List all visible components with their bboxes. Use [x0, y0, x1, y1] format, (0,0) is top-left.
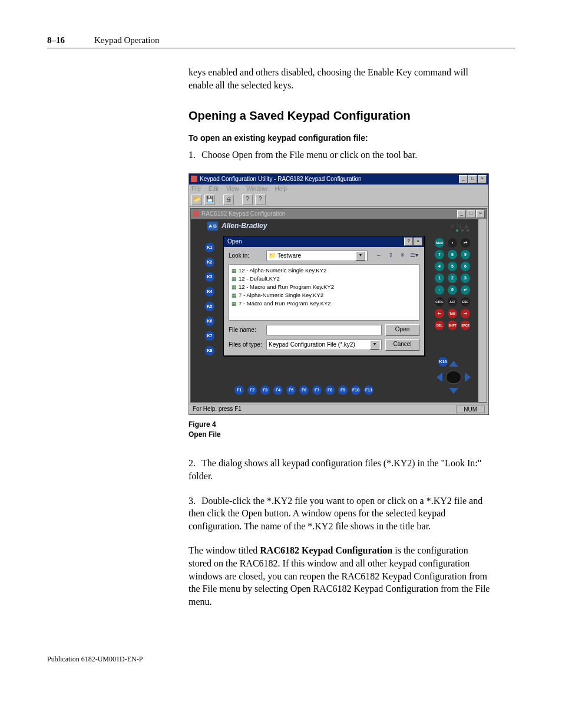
key-tab[interactable]: TAB	[448, 309, 457, 318]
filename-label: File name:	[229, 327, 263, 333]
menu-help[interactable]: Help	[275, 186, 287, 192]
key-esc[interactable]: ESC	[461, 297, 470, 307]
key-k2[interactable]: K2	[205, 258, 214, 267]
svg-marker-1	[449, 388, 458, 394]
key-f6[interactable]: F6	[299, 386, 309, 395]
print-icon[interactable]: 🖨	[223, 195, 234, 205]
cancel-button[interactable]: Cancel	[385, 339, 419, 351]
file-item[interactable]: ▦7 - Macro and Run Program Key.KY2	[232, 299, 416, 308]
key-8[interactable]: 8	[448, 250, 457, 259]
key-k1[interactable]: K1	[205, 243, 214, 252]
menu-window[interactable]: Window	[246, 186, 267, 192]
key-k3[interactable]: K3	[205, 272, 214, 282]
filetype-combo[interactable]: Keypad Configuration File (*.ky2) ▾	[266, 340, 382, 350]
key-f3[interactable]: F3	[260, 386, 270, 395]
dialog-titlebar[interactable]: Open ? ×	[224, 236, 424, 247]
key-del[interactable]: DEL	[435, 321, 444, 330]
key-right[interactable]: ⇒	[461, 309, 470, 318]
back-icon[interactable]: ←	[373, 251, 384, 261]
key-3[interactable]: 3	[461, 274, 470, 283]
new-folder-icon[interactable]: ✳	[397, 251, 408, 261]
key-shift[interactable]: SHFT	[448, 321, 457, 330]
left-key-column: K1 K2 K3 K4 K5 K6 K7 K8	[205, 243, 214, 355]
child-close-button[interactable]: ×	[476, 210, 485, 218]
brand-label: A B Allen-Bradley	[191, 219, 478, 235]
key-f4[interactable]: F4	[273, 386, 283, 395]
key-alt[interactable]: ALT	[448, 297, 457, 307]
help-icon[interactable]: ?	[242, 195, 253, 205]
key-9[interactable]: 9	[461, 250, 470, 259]
page-header: 8–16 Keypad Operation	[47, 35, 515, 48]
file-item[interactable]: ▦12 - Alpha-Numeric Single Key.KY2	[232, 266, 416, 275]
child-window: RAC6182 Keypad Configuration _ □ × A B A…	[190, 208, 487, 403]
svg-marker-0	[449, 361, 458, 367]
footer: Publication 6182-UM001D-EN-P	[47, 655, 515, 664]
key-1[interactable]: 1	[435, 274, 444, 283]
key-k6[interactable]: K6	[205, 317, 214, 326]
section-title: Keypad Operation	[94, 35, 159, 45]
maximize-button[interactable]: □	[468, 175, 477, 183]
key-5[interactable]: 5	[448, 262, 457, 271]
save-icon[interactable]: 💾	[204, 195, 215, 205]
open-icon[interactable]: 📂	[191, 195, 202, 205]
key-dotplus[interactable]: •+	[461, 238, 470, 248]
dropdown-arrow-icon[interactable]: ▾	[370, 340, 379, 350]
open-button[interactable]: Open	[385, 324, 419, 336]
svg-marker-2	[437, 373, 442, 382]
whats-this-icon[interactable]: ?	[255, 195, 266, 205]
view-menu-icon[interactable]: ☰▾	[409, 251, 419, 261]
filename-input[interactable]	[266, 325, 382, 335]
key-f10[interactable]: F10	[351, 386, 361, 395]
menu-file[interactable]: File	[191, 186, 201, 192]
key-f7[interactable]: F7	[312, 386, 322, 395]
menu-edit[interactable]: Edit	[209, 186, 219, 192]
child-maximize-button[interactable]: □	[467, 210, 475, 218]
app-titlebar[interactable]: Keypad Configuration Utility - RAC6182 K…	[189, 174, 488, 185]
key-7[interactable]: 7	[435, 250, 444, 259]
key-k4[interactable]: K4	[205, 287, 214, 297]
dialog-close-button[interactable]: ×	[414, 238, 422, 246]
child-titlebar[interactable]: RAC6182 Keypad Configuration _ □ ×	[191, 209, 487, 219]
key-f8[interactable]: F8	[325, 386, 335, 395]
dialog-help-button[interactable]: ?	[404, 238, 413, 246]
file-list[interactable]: ▦12 - Alpha-Numeric Single Key.KY2 ▦12 -…	[229, 264, 419, 321]
key-left[interactable]: ⇐	[435, 309, 444, 318]
key-f2[interactable]: F2	[247, 386, 257, 395]
nav-pad[interactable]	[437, 361, 471, 394]
minimize-button[interactable]: _	[459, 175, 468, 183]
key-numlock[interactable]: NUM	[435, 238, 444, 248]
key-f9[interactable]: F9	[338, 386, 348, 395]
key-0[interactable]: 0	[448, 285, 457, 295]
brand-logo: A B	[207, 222, 218, 230]
key-k5[interactable]: K5	[205, 302, 214, 311]
key-k7[interactable]: K7	[205, 331, 214, 341]
child-icon	[193, 210, 199, 217]
screenshot-app-window: Keypad Configuration Utility - RAC6182 K…	[189, 173, 489, 415]
file-item[interactable]: ▦12 - Default.KY2	[232, 275, 416, 283]
file-item[interactable]: ▦7 - Alpha-Numeric Single Key.KY2	[232, 291, 416, 299]
dropdown-arrow-icon[interactable]: ▾	[356, 251, 365, 261]
close-button[interactable]: ×	[478, 175, 487, 183]
key-ctrl[interactable]: CTRL	[435, 297, 444, 307]
key-dot[interactable]: •	[448, 238, 457, 248]
svg-marker-3	[465, 373, 471, 382]
child-minimize-button[interactable]: _	[457, 210, 466, 218]
key-4[interactable]: 4	[435, 262, 444, 271]
key-enter[interactable]: ↵	[461, 285, 470, 295]
key-space[interactable]: SPCE	[461, 321, 470, 330]
menu-bar[interactable]: File Edit View Window Help	[189, 185, 488, 193]
key-f5[interactable]: F5	[286, 386, 296, 395]
up-folder-icon[interactable]: ⇧	[385, 251, 396, 261]
key-6[interactable]: 6	[461, 262, 470, 271]
key-dot2[interactable]: ·	[435, 285, 444, 295]
filetype-label: Files of type:	[229, 341, 263, 348]
key-2[interactable]: 2	[448, 274, 457, 283]
key-k8[interactable]: K8	[205, 346, 214, 355]
lookin-combo[interactable]: 📁Testware ▾	[266, 251, 368, 261]
svg-point-4	[446, 371, 461, 384]
menu-view[interactable]: View	[226, 186, 239, 192]
key-f11[interactable]: F11	[364, 386, 373, 395]
file-item[interactable]: ▦12 - Macro and Run Program Key.KY2	[232, 283, 416, 291]
status-num: NUM	[456, 406, 485, 413]
key-f1[interactable]: F1	[234, 386, 244, 395]
